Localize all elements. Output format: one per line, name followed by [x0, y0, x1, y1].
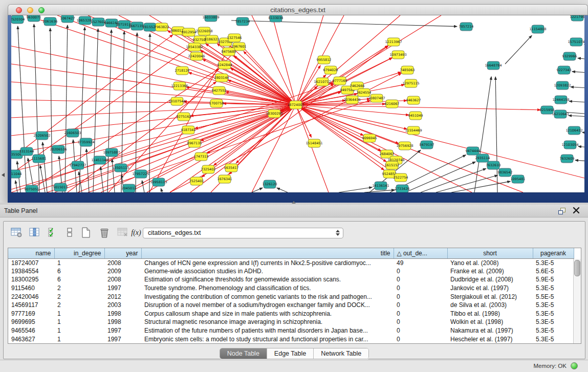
network-node[interactable]: 9096945: [362, 134, 377, 142]
cell-year[interactable]: 2008: [104, 258, 141, 267]
network-node[interactable]: 9955812: [317, 56, 332, 64]
network-node[interactable]: 8186323: [205, 35, 220, 43]
network-node[interactable]: 13505115: [112, 164, 129, 172]
cell-title[interactable]: Estimation of significance thresholds fo…: [141, 275, 394, 284]
cell-short[interactable]: Franke et al. (2009): [447, 267, 533, 276]
network-node[interactable]: 10975887: [103, 148, 120, 157]
cell-pagerank[interactable]: 5.3E-5: [533, 335, 574, 343]
cell-short[interactable]: de Silva et al. (2003): [447, 301, 533, 310]
network-node[interactable]: 1733426: [395, 185, 410, 192]
cell-out_degree[interactable]: 0: [394, 326, 447, 335]
table-row[interactable]: 2242004622012Investigating the contribut…: [8, 292, 574, 301]
network-node[interactable]: 11554469: [405, 126, 422, 135]
memory-status-icon[interactable]: [571, 362, 578, 369]
row-height-icon[interactable]: [63, 226, 76, 239]
table-selector-dropdown[interactable]: citations_edges.txt: [143, 228, 343, 238]
network-node[interactable]: 1095481: [511, 175, 526, 183]
cell-in_degree[interactable]: 1: [54, 310, 104, 318]
network-node[interactable]: 16210712: [314, 78, 331, 86]
cell-name[interactable]: 22420046: [8, 292, 54, 301]
network-node[interactable]: 18543382: [186, 43, 203, 51]
network-node[interactable]: 9242844: [217, 61, 232, 69]
network-node[interactable]: 1615152: [385, 161, 400, 169]
table-row[interactable]: 946362711997Embryonic stem cells: a mode…: [8, 335, 574, 343]
cell-out_degree[interactable]: 0: [394, 284, 447, 293]
network-node[interactable]: 15751074: [568, 38, 584, 46]
network-node[interactable]: 15148451: [306, 139, 322, 147]
cell-name[interactable]: 9463627: [8, 335, 54, 343]
network-node[interactable]: 1067427: [60, 15, 75, 23]
network-window-titlebar[interactable]: citations_edges.txt: [8, 4, 588, 15]
cell-year[interactable]: 1998: [104, 310, 141, 318]
network-node[interactable]: 18300295: [266, 110, 282, 118]
network-node[interactable]: 9463627: [406, 96, 421, 104]
cell-pagerank[interactable]: 5.6E-5: [533, 267, 574, 276]
cell-name[interactable]: 9115460: [8, 284, 54, 293]
cell-pagerank[interactable]: 5.3E-5: [533, 284, 574, 293]
cell-out_degree[interactable]: 0: [394, 318, 447, 326]
cell-out_degree[interactable]: 0: [394, 301, 447, 310]
network-node[interactable]: 2061636: [43, 17, 58, 26]
network-node[interactable]: 9451049: [408, 112, 423, 120]
network-node[interactable]: 8912954: [182, 28, 197, 36]
network-node[interactable]: 3313144: [19, 147, 34, 156]
network-node[interactable]: 25206502: [33, 132, 50, 140]
network-node[interactable]: 2935114: [475, 154, 490, 162]
network-node[interactable]: 8215958: [540, 106, 555, 114]
table-row[interactable]: 977716911998Corpus callosum shape and si…: [8, 310, 574, 318]
network-node[interactable]: 8475685: [222, 48, 236, 56]
network-node[interactable]: 10107544: [168, 97, 185, 105]
cell-title[interactable]: Structural magnetic resonance image aver…: [141, 318, 394, 326]
cell-pagerank[interactable]: 5.9E-5: [533, 275, 574, 284]
network-node[interactable]: 9075051: [25, 185, 39, 192]
cell-name[interactable]: 9699695: [8, 318, 54, 326]
network-node[interactable]: 9227343: [557, 66, 572, 74]
table-settings-icon[interactable]: [10, 226, 23, 239]
cell-in_degree[interactable]: 6: [54, 275, 104, 284]
cell-out_degree[interactable]: 0: [394, 335, 447, 343]
import-table-icon[interactable]: [116, 226, 129, 239]
network-node[interactable]: 9836542: [498, 168, 513, 177]
network-node[interactable]: 7632609: [560, 155, 575, 163]
network-node[interactable]: 1326120: [263, 180, 277, 188]
network-node[interactable]: 2803144: [214, 74, 229, 82]
cell-short[interactable]: Stergiakouli et al. (2012): [447, 292, 533, 301]
cell-year[interactable]: 1997: [104, 284, 141, 293]
cell-short[interactable]: Jankovic et al. (1997): [447, 284, 533, 293]
network-node[interactable]: 1527602: [91, 18, 106, 26]
table-row[interactable]: 1830029562008Estimation of significance …: [8, 275, 574, 284]
vertical-scrollbar[interactable]: [573, 259, 581, 343]
cell-pagerank[interactable]: 5.3E-5: [533, 258, 574, 267]
column-header-short[interactable]: short: [447, 248, 533, 258]
network-node[interactable]: 20364436: [343, 96, 360, 104]
cell-title[interactable]: Estimation of the future numbers of pati…: [141, 326, 394, 335]
network-node[interactable]: 11451140: [91, 156, 108, 164]
cell-in_degree[interactable]: 2: [54, 284, 104, 293]
table-row[interactable]: 1872400712008Changes of HCN gene express…: [8, 258, 574, 267]
table-row[interactable]: 1938455462009Genome-wide association stu…: [8, 267, 574, 276]
network-node[interactable]: 18724007: [287, 101, 304, 109]
cell-short[interactable]: Tibbo et al. (1998): [447, 310, 533, 318]
network-node[interactable]: 20206536: [50, 145, 67, 154]
column-header-pagerank[interactable]: pagerank: [533, 248, 574, 258]
cell-pagerank[interactable]: 5.5E-5: [533, 292, 574, 301]
network-node[interactable]: 2520304: [11, 15, 25, 24]
cell-short[interactable]: Dudbridge et al. (2008): [447, 275, 533, 284]
network-node[interactable]: 17359924: [77, 138, 94, 146]
network-node[interactable]: 7632610: [486, 161, 501, 169]
network-node[interactable]: 7857214: [459, 23, 474, 31]
cell-year[interactable]: 2009: [104, 267, 141, 276]
network-node[interactable]: 17957225: [132, 170, 149, 178]
network-node[interactable]: 14136141: [372, 182, 389, 190]
cell-out_degree[interactable]: 0: [394, 267, 447, 276]
network-node[interactable]: 10958113: [150, 178, 167, 186]
cell-short[interactable]: Nakamura et al. (1997): [447, 326, 533, 335]
function-builder-icon[interactable]: f(x): [129, 226, 143, 239]
cell-out_degree[interactable]: 0: [394, 275, 447, 284]
network-node[interactable]: 7857234: [235, 17, 250, 26]
panel-collapse-arrow-icon[interactable]: [2, 173, 5, 177]
network-node[interactable]: 8967135: [187, 139, 202, 147]
network-node[interactable]: 1747313: [194, 152, 209, 161]
column-header-name[interactable]: name: [8, 248, 54, 258]
network-node[interactable]: 17942737: [69, 161, 86, 169]
